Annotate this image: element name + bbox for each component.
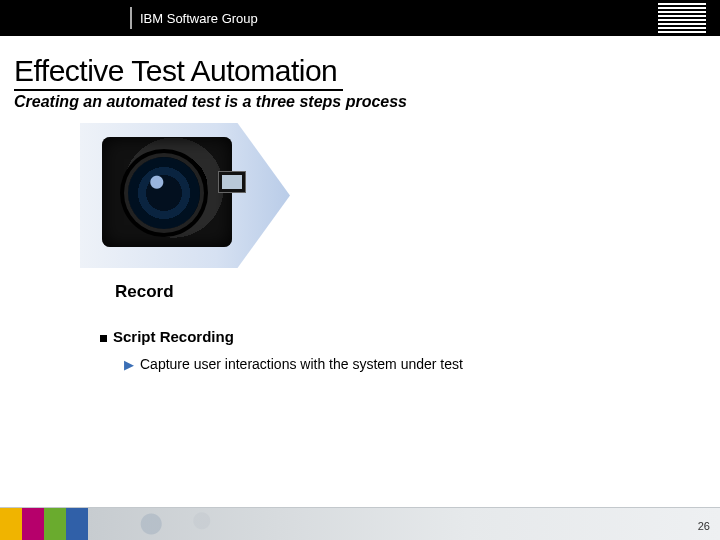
color-swatches [0, 508, 88, 540]
bullet-level2-text: Capture user interactions with the syste… [140, 356, 463, 372]
footer-bar [0, 507, 720, 540]
header-bar: IBM Software Group [0, 0, 720, 36]
swatch-blue [66, 508, 88, 540]
ibm-logo-icon [658, 3, 706, 33]
bullet-level2: ▶ Capture user interactions with the sys… [124, 355, 720, 372]
swatch-yellow [0, 508, 22, 540]
hero-image [80, 123, 290, 268]
footer-art [88, 508, 720, 540]
title-area: Effective Test Automation Creating an au… [14, 54, 720, 111]
header-left: IBM Software Group [0, 0, 258, 36]
header-group-label: IBM Software Group [140, 11, 258, 26]
swatch-magenta [22, 508, 44, 540]
swatch-green [44, 508, 66, 540]
square-bullet-icon [100, 335, 107, 342]
step-label: Record [115, 282, 720, 302]
bullet-block: Script Recording ▶ Capture user interact… [100, 328, 720, 372]
bullet-level1: Script Recording [100, 328, 720, 345]
arrow-bullet-icon: ▶ [124, 358, 134, 371]
camera-viewfinder-icon [218, 171, 246, 193]
bullet-level1-text: Script Recording [113, 328, 234, 345]
header-divider [130, 7, 132, 29]
page-subtitle: Creating an automated test is a three st… [14, 93, 720, 111]
page-number: 26 [698, 520, 710, 532]
camera-lens-icon [128, 157, 200, 229]
page-title: Effective Test Automation [14, 54, 343, 91]
